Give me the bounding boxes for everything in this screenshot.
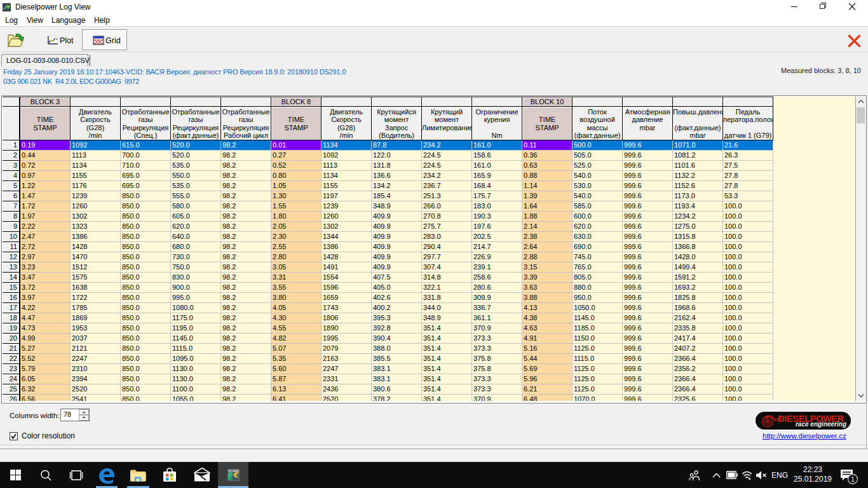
svg-text:1: 1 [851,476,855,483]
